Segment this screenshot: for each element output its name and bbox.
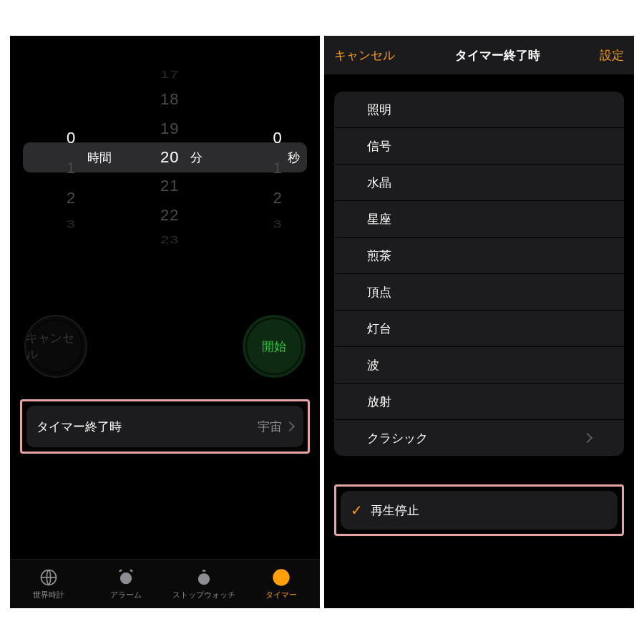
- sound-picker-screen: キャンセル タイマー終了時 設定 照明 信号 水晶 星座 煎茶 頂点 灯台 波 …: [324, 36, 634, 608]
- tab-timer[interactable]: タイマー: [243, 560, 320, 608]
- timer-screen: 0 1 2 3 17 18 19 20 21 22 23 0 1 2: [10, 36, 320, 608]
- svg-rect-3: [202, 570, 205, 572]
- set-button[interactable]: 設定: [600, 47, 624, 64]
- sound-option[interactable]: 放射: [334, 383, 624, 419]
- nav-bar: キャンセル タイマー終了時 設定: [324, 36, 634, 74]
- cancel-button[interactable]: キャンセル: [334, 47, 395, 64]
- sound-option[interactable]: 信号: [334, 127, 624, 164]
- hours-unit: 時間: [87, 150, 112, 166]
- sound-option[interactable]: 照明: [334, 92, 624, 127]
- tab-alarm[interactable]: アラーム: [87, 560, 165, 608]
- sound-option-classic[interactable]: クラシック: [334, 419, 624, 456]
- chevron-right-icon: [584, 431, 591, 445]
- stopwatch-icon: [194, 567, 214, 587]
- when-timer-ends-row[interactable]: タイマー終了時 宇宙: [26, 406, 303, 447]
- sound-option[interactable]: 灯台: [334, 310, 624, 346]
- time-picker[interactable]: 0 1 2 3 17 18 19 20 21 22 23 0 1 2: [10, 64, 320, 250]
- timer-icon: [271, 567, 291, 587]
- sound-option[interactable]: 頂点: [334, 273, 624, 310]
- nav-title: タイマー終了時: [455, 47, 540, 64]
- highlight-annotation: タイマー終了時 宇宙: [20, 399, 310, 454]
- tab-bar: 世界時計 アラーム ストップウォッチ タイマー: [10, 559, 320, 608]
- globe-icon: [39, 567, 59, 587]
- checkmark-icon: ✓: [351, 502, 371, 519]
- tab-stopwatch[interactable]: ストップウォッチ: [165, 560, 243, 608]
- sound-list[interactable]: 照明 信号 水晶 星座 煎茶 頂点 灯台 波 放射 クラシック ✓ 再生停止: [324, 74, 634, 608]
- sound-option[interactable]: 星座: [334, 200, 624, 237]
- timer-sound-value: 宇宙: [258, 419, 282, 435]
- sound-option[interactable]: 水晶: [334, 164, 624, 200]
- sound-option[interactable]: 波: [334, 346, 624, 383]
- alarm-icon: [116, 567, 136, 587]
- tab-world-clock[interactable]: 世界時計: [10, 560, 87, 608]
- sound-option[interactable]: 煎茶: [334, 237, 624, 273]
- seconds-wheel[interactable]: 0 1 2 3: [217, 64, 320, 250]
- minutes-unit: 分: [190, 150, 203, 166]
- stop-playing-option[interactable]: ✓ 再生停止: [341, 491, 618, 530]
- cancel-button[interactable]: キャンセル: [24, 315, 87, 378]
- svg-point-1: [120, 572, 132, 584]
- highlight-annotation: ✓ 再生停止: [334, 484, 624, 536]
- chevron-right-icon: [286, 419, 293, 434]
- svg-point-2: [197, 573, 209, 585]
- start-button[interactable]: 開始: [243, 315, 306, 378]
- when-timer-ends-label: タイマー終了時: [36, 419, 122, 435]
- seconds-unit: 秒: [288, 150, 300, 166]
